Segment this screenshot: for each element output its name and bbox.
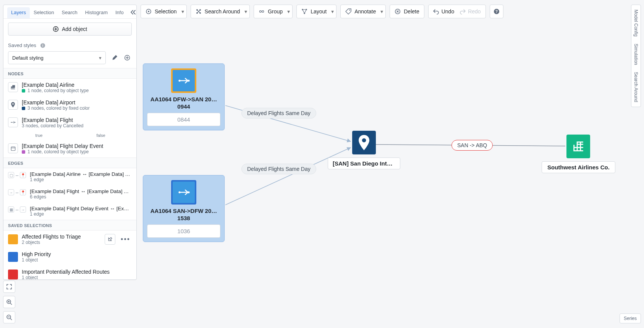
right-rail: Model Config Simulation Search Around [631, 5, 641, 107]
node-type-airport[interactable]: [Example Data] Airport 3 nodes, colored … [3, 96, 136, 114]
layout-icon [301, 8, 307, 15]
office-icon [8, 82, 18, 92]
edge-title: [Example Data] Flight Delay Event ↔ [Exa… [30, 206, 132, 211]
search-around-icon [196, 8, 202, 15]
node-type-sub: 3 nodes, colored by fixed color [28, 106, 90, 111]
add-object-button[interactable]: Add object [8, 23, 132, 36]
tag-icon [345, 8, 351, 15]
svg-text:i: i [42, 44, 43, 47]
collapse-panel-button[interactable] [128, 7, 137, 18]
group-button[interactable]: Group ▾ [254, 5, 293, 18]
help-button[interactable]: ? [490, 5, 503, 18]
edge-type-row[interactable]: ▢–📍 [Example Data] Airline ↔ [Example Da… [3, 168, 136, 185]
zoom-out-button[interactable] [3, 311, 15, 323]
saved-selection-row[interactable]: High Priority1 object [3, 248, 136, 266]
saved-selection-title: High Priority [22, 251, 132, 257]
rail-search-around[interactable]: Search Around [633, 70, 639, 104]
edge-sub: 6 edges [30, 194, 132, 200]
node-type-flight[interactable]: [Example Data] Flight 3 nodes, colored b… [3, 114, 136, 132]
pencil-icon [112, 55, 117, 61]
saved-selection-title: Affected Flights to Triage [22, 234, 101, 240]
fit-to-screen-button[interactable] [3, 281, 15, 293]
top-toolbar: Selection ▾ Search Around ▾ Group ▾ Layo… [141, 5, 503, 18]
selection-label: Selection [155, 8, 177, 15]
saved-selection-row[interactable]: Affected Flights to Triage2 objects ••• [3, 231, 136, 248]
saved-selection-sub: 1 object [22, 257, 132, 263]
map-controls [3, 281, 15, 323]
office-icon [566, 135, 590, 158]
svg-point-16 [262, 11, 264, 13]
edge-sub: 1 edge [30, 177, 132, 182]
search-around-button[interactable]: Search Around ▾ [191, 5, 250, 18]
node-type-airline[interactable]: [Example Data] Airline 1 node, colored b… [3, 79, 136, 96]
tab-histogram[interactable]: Histogram [81, 7, 112, 18]
chevron-down-icon: ▾ [99, 55, 102, 61]
undo-button[interactable]: Undo [433, 8, 454, 15]
search-around-label: Search Around [205, 8, 240, 15]
flight-icon [171, 180, 196, 205]
sidebar-tabs: Layers Selection Search Histogram Info [3, 5, 136, 19]
style-select-value: Default styling [12, 55, 44, 61]
undo-icon [433, 8, 439, 15]
add-style-button[interactable] [123, 53, 132, 62]
saved-selections-header: SAVED SELECTIONS [3, 220, 136, 231]
color-swatch [8, 234, 18, 244]
edge-type-row[interactable]: ▦–→ [Example Data] Flight Delay Event ↔ … [3, 203, 136, 220]
svg-rect-31 [11, 147, 15, 151]
zoom-in-button[interactable] [3, 296, 15, 308]
tab-info[interactable]: Info [112, 7, 128, 18]
svg-point-20 [349, 10, 350, 10]
edit-style-button[interactable] [110, 53, 119, 62]
annotate-button[interactable]: Annotate ▾ [340, 5, 386, 18]
rail-simulation[interactable]: Simulation [633, 42, 639, 67]
node-flight-1-num: 0944 [147, 103, 220, 110]
node-type-sub: 1 node, colored by object type [28, 149, 89, 154]
svg-point-30 [15, 122, 15, 123]
redo-icon [460, 8, 466, 15]
redo-label: Redo [468, 8, 481, 15]
rail-model-config[interactable]: Model Config [633, 8, 639, 38]
color-dot [22, 107, 25, 110]
add-object-label: Add object [62, 26, 87, 32]
node-flight-1-box: 0844 [147, 113, 220, 126]
redo-button[interactable]: Redo [460, 8, 481, 15]
chevron-down-icon: ▾ [331, 8, 334, 15]
tab-search[interactable]: Search [58, 7, 81, 18]
chevron-down-icon: ▾ [287, 8, 290, 15]
edge-label-route: SAN -> ABQ [451, 140, 493, 151]
node-type-sub: 1 node, colored by object type [28, 88, 89, 93]
selection-action-button[interactable] [105, 234, 115, 245]
layout-button[interactable]: Layout ▾ [296, 5, 337, 18]
node-flight-1[interactable]: AA1064 DFW->SAN 20… 0944 0844 [143, 63, 225, 130]
tab-selection[interactable]: Selection [30, 7, 58, 18]
node-airline-label: Southwest Airlines Co. [542, 161, 615, 173]
node-type-flight-delay-event[interactable]: [Example Data] Flight Delay Event 1 node… [3, 140, 136, 158]
edge-type-row[interactable]: →–📍 [Example Data] Flight ↔ [Example Dat… [3, 185, 136, 203]
saved-selection-title: Important Potentially Affected Routes [22, 269, 132, 275]
tab-layers[interactable]: Layers [7, 7, 30, 18]
svg-line-38 [10, 318, 12, 320]
node-type-sub: 3 nodes, colored by Cancelled [22, 123, 83, 128]
left-sidebar: Layers Selection Search Histogram Info A… [3, 5, 137, 280]
svg-point-15 [260, 11, 262, 13]
color-dot [22, 150, 25, 154]
plus-circle-icon [124, 55, 130, 61]
series-button[interactable]: Series [620, 313, 641, 323]
delete-button[interactable]: Delete [390, 5, 424, 18]
flight-icon [8, 117, 18, 127]
style-select[interactable]: Default styling ▾ [8, 51, 106, 64]
node-airline-southwest[interactable]: Southwest Airlines Co. [542, 135, 615, 173]
node-type-title: [Example Data] Airline [22, 82, 132, 88]
node-flight-2[interactable]: AA1064 SAN->DFW 20… 1538 1036 [143, 175, 225, 242]
svg-text:?: ? [495, 10, 498, 14]
help-icon: ? [494, 8, 500, 15]
saved-selection-row[interactable]: Important Potentially Affected Routes1 o… [3, 266, 136, 280]
more-menu-button[interactable]: ••• [119, 235, 132, 244]
node-flight-1-title: AA1064 DFW->SAN 20… [147, 96, 220, 102]
node-flight-2-num: 1538 [147, 215, 220, 221]
color-dot [22, 89, 25, 93]
node-airport-san[interactable]: [SAN] San Diego Inter… [328, 131, 400, 169]
selection-button[interactable]: Selection ▾ [141, 5, 187, 18]
node-flight-2-title: AA1064 SAN->DFW 20… [147, 208, 220, 214]
edge-pair-icon: ▢–📍 [8, 172, 26, 178]
